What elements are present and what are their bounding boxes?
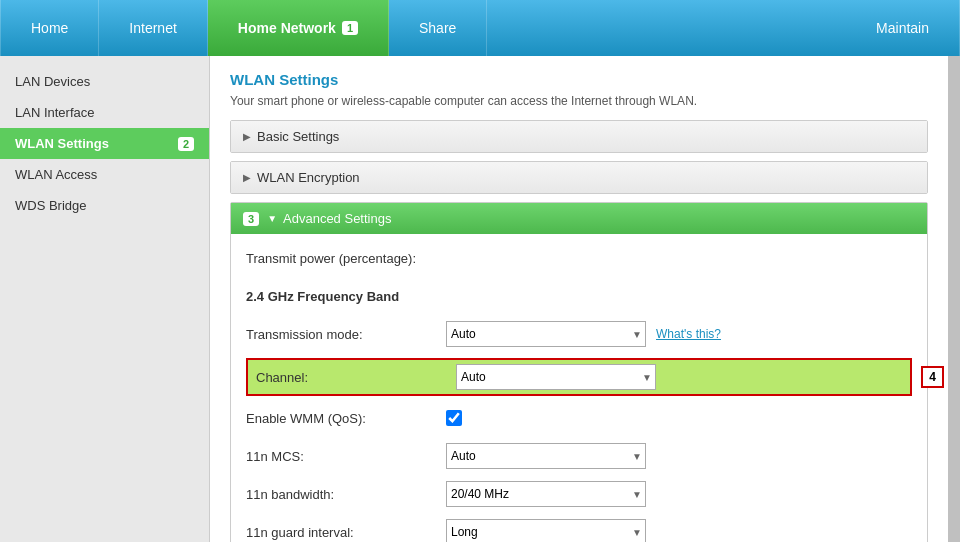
advanced-settings-header[interactable]: 3 ▼ Advanced Settings <box>231 203 927 234</box>
advanced-settings-label: Advanced Settings <box>283 211 391 226</box>
basic-settings-header[interactable]: ▶ Basic Settings <box>231 121 927 152</box>
home-network-badge: 1 <box>342 21 358 35</box>
whats-this-link[interactable]: What's this? <box>656 327 721 341</box>
wmm-label: Enable WMM (QoS): <box>246 411 446 426</box>
sidebar-item-wlan-access[interactable]: WLAN Access <box>0 159 209 190</box>
bandwidth-row: 11n bandwidth: 20/40 MHz ▼ <box>246 480 912 508</box>
basic-settings-section: ▶ Basic Settings <box>230 120 928 153</box>
transmission-mode-control: Auto ▼ <box>446 321 646 347</box>
sidebar-item-lan-devices[interactable]: LAN Devices <box>0 66 209 97</box>
guard-interval-select[interactable]: Long <box>446 519 646 542</box>
channel-select[interactable]: Auto 1234 5678 910111213 <box>456 364 656 390</box>
bandwidth-wrapper: 20/40 MHz ▼ <box>446 481 646 507</box>
frequency-band-row: 2.4 GHz Frequency Band <box>246 282 912 310</box>
mcs-row: 11n MCS: Auto ▼ <box>246 442 912 470</box>
nav-tab-internet[interactable]: Internet <box>99 0 207 56</box>
guard-interval-row: 11n guard interval: Long ▼ <box>246 518 912 542</box>
basic-settings-arrow: ▶ <box>243 131 251 142</box>
nav-tab-maintain[interactable]: Maintain <box>846 0 960 56</box>
wlan-settings-badge: 2 <box>178 137 194 151</box>
nav-tab-home-network[interactable]: Home Network 1 <box>208 0 389 56</box>
wlan-encryption-header[interactable]: ▶ WLAN Encryption <box>231 162 927 193</box>
frequency-band-label: 2.4 GHz Frequency Band <box>246 289 446 304</box>
sidebar-item-lan-interface[interactable]: LAN Interface <box>0 97 209 128</box>
mcs-wrapper: Auto ▼ <box>446 443 646 469</box>
guard-interval-label: 11n guard interval: <box>246 525 446 540</box>
wlan-encryption-section: ▶ WLAN Encryption <box>230 161 928 194</box>
sidebar: LAN Devices LAN Interface WLAN Settings … <box>0 56 210 542</box>
nav-tab-share[interactable]: Share <box>389 0 487 56</box>
sidebar-item-wlan-settings[interactable]: WLAN Settings 2 <box>0 128 209 159</box>
channel-badge: 4 <box>921 366 944 388</box>
channel-select-wrapper: Auto 1234 5678 910111213 ▼ <box>456 364 656 390</box>
channel-label: Channel: <box>256 370 456 385</box>
advanced-settings-body: Transmit power (percentage): 2.4 GHz Fre… <box>231 234 927 542</box>
channel-highlight-row: Channel: Auto 1234 5678 910111213 ▼ <box>246 358 912 396</box>
transmission-mode-row: Transmission mode: Auto ▼ What's this? <box>246 320 912 348</box>
bandwidth-label: 11n bandwidth: <box>246 487 446 502</box>
nav-tab-home[interactable]: Home <box>0 0 99 56</box>
scrollbar[interactable] <box>948 56 960 542</box>
advanced-settings-arrow: ▼ <box>267 213 277 224</box>
advanced-settings-section: 3 ▼ Advanced Settings Transmit power (pe… <box>230 202 928 542</box>
wmm-checkbox[interactable] <box>446 410 462 426</box>
transmit-power-row: Transmit power (percentage): <box>246 244 912 272</box>
wlan-encryption-arrow: ▶ <box>243 172 251 183</box>
wmm-row: Enable WMM (QoS): <box>246 404 912 432</box>
wlan-encryption-label: WLAN Encryption <box>257 170 360 185</box>
transmit-power-label: Transmit power (percentage): <box>246 251 446 266</box>
wlan-settings-desc: Your smart phone or wireless-capable com… <box>230 94 928 108</box>
channel-area-container: Channel: Auto 1234 5678 910111213 ▼ <box>246 358 912 396</box>
mcs-label: 11n MCS: <box>246 449 446 464</box>
transmission-mode-wrapper: Auto ▼ <box>446 321 646 347</box>
wlan-settings-title: WLAN Settings <box>230 71 928 88</box>
transmission-mode-label: Transmission mode: <box>246 327 446 342</box>
main-layout: LAN Devices LAN Interface WLAN Settings … <box>0 56 960 542</box>
top-navigation: Home Internet Home Network 1 Share Maint… <box>0 0 960 56</box>
advanced-settings-badge: 3 <box>243 212 259 226</box>
bandwidth-select[interactable]: 20/40 MHz <box>446 481 646 507</box>
sidebar-item-wds-bridge[interactable]: WDS Bridge <box>0 190 209 221</box>
transmission-mode-select[interactable]: Auto <box>446 321 646 347</box>
guard-interval-wrapper: Long ▼ <box>446 519 646 542</box>
content-area: WLAN Settings Your smart phone or wirele… <box>210 56 948 542</box>
basic-settings-label: Basic Settings <box>257 129 339 144</box>
mcs-select[interactable]: Auto <box>446 443 646 469</box>
